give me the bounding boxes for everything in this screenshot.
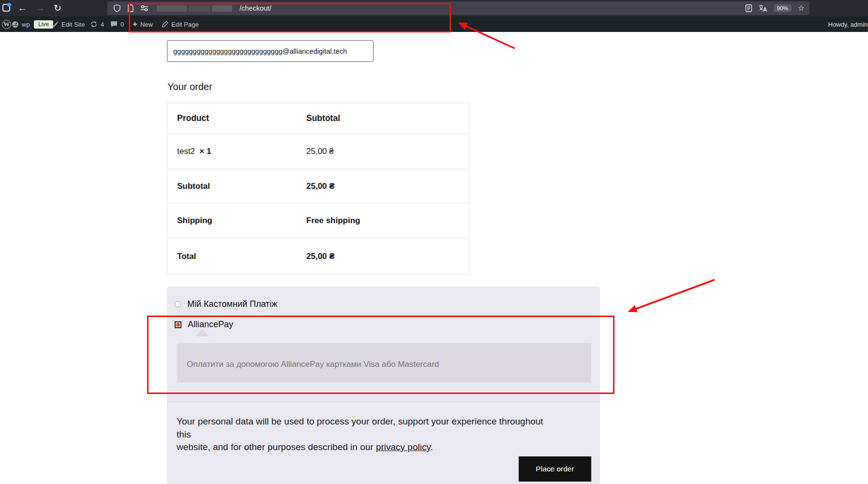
privacy-notice: Your personal data will be used to proce… <box>177 415 549 454</box>
table-row-item: test2 × 1 25,00 ₴ <box>167 134 469 169</box>
browser-toolbar: ← → ↻ /checkout/ <box>0 0 868 16</box>
live-badge[interactable]: Live <box>34 16 53 32</box>
alliancepay-description-box: Оплатити за допомогою AlliancePay картка… <box>177 343 591 382</box>
edit-site-label: Edit Site <box>61 21 85 28</box>
privacy-policy-link[interactable]: privacy policy <box>376 442 431 452</box>
place-order-button[interactable]: Place order <box>519 456 591 482</box>
plus-icon: + <box>133 21 137 28</box>
url-bar[interactable]: /checkout/ 90% ☆ <box>107 1 809 15</box>
payment-method-alliancepay-label: AlliancePay <box>188 319 233 330</box>
shield-icon[interactable] <box>113 4 121 12</box>
new-content-menu[interactable]: + New <box>133 16 153 32</box>
item-cell: test2 × 1 <box>167 147 306 156</box>
pencil-icon <box>162 21 168 28</box>
order-heading: Your order <box>167 81 212 92</box>
bookmark-star-icon[interactable]: ☆ <box>798 4 805 12</box>
site-menu[interactable]: wp <box>12 16 30 32</box>
zoom-level-badge[interactable]: 90% <box>774 4 792 12</box>
reload-button[interactable]: ↻ <box>51 0 64 16</box>
radio-checked-icon[interactable] <box>175 321 181 328</box>
edit-page-menu[interactable]: Edit Page <box>162 16 198 32</box>
shipping-label: Shipping <box>167 216 306 226</box>
table-row-subtotal: Subtotal 25,00 ₴ <box>167 169 469 203</box>
permissions-icon[interactable] <box>140 5 149 12</box>
comments-count: 0 <box>120 21 124 28</box>
table-row-total: Total 25,00 ₴ <box>167 238 469 274</box>
comment-icon <box>110 21 118 28</box>
panel-divider <box>167 401 600 402</box>
subtotal-value: 25,00 ₴ <box>306 182 469 191</box>
screenshot-stage: ← → ↻ /checkout/ <box>0 0 868 484</box>
annotation-arrow-alliancepay <box>629 280 715 311</box>
item-subtotal: 25,00 ₴ <box>306 147 469 156</box>
new-label: New <box>140 21 153 28</box>
shipping-value: Free shipping <box>306 216 469 226</box>
paintbrush-icon <box>51 21 59 28</box>
order-table: Product Subtotal test2 × 1 25,00 ₴ Subto… <box>167 103 469 275</box>
tab-notification-dot <box>7 3 11 7</box>
comments-menu[interactable]: 0 <box>110 16 124 32</box>
wp-logo[interactable]: W <box>2 16 11 32</box>
email-input[interactable] <box>167 40 374 62</box>
alliancepay-description: Оплатити за допомогою AlliancePay картка… <box>187 360 439 369</box>
howdy-account-link[interactable]: Howdy, admin <box>828 16 868 32</box>
description-pointer <box>195 330 210 336</box>
url-path-text: /checkout/ <box>239 4 271 12</box>
payment-panel: Мій Кастомний Платіж AlliancePay Оплатит… <box>167 287 600 484</box>
translate-icon[interactable] <box>759 4 767 12</box>
total-value: 25,00 ₴ <box>306 252 469 261</box>
radio-unchecked-icon[interactable] <box>175 301 181 307</box>
edit-page-label: Edit Page <box>171 21 198 28</box>
column-product: Product <box>167 113 306 123</box>
window-tab-icon[interactable] <box>2 4 10 12</box>
item-qty: × 1 <box>199 147 211 156</box>
payment-method-alliancepay[interactable]: AlliancePay <box>175 319 233 330</box>
privacy-line1: Your personal data will be used to proce… <box>177 416 543 439</box>
back-button[interactable]: ← <box>16 0 29 16</box>
item-name: test2 <box>177 147 195 156</box>
reader-mode-icon[interactable] <box>745 4 752 12</box>
payment-method-custom-label: Мій Кастомний Платіж <box>187 299 277 309</box>
privacy-line2: website, and for other purposes describe… <box>177 442 376 452</box>
table-header-row: Product Subtotal <box>167 103 469 134</box>
column-subtotal: Subtotal <box>306 113 469 123</box>
subtotal-label: Subtotal <box>167 182 306 191</box>
wp-admin-bar: W wp Live Edit Site <box>0 16 868 32</box>
page-info-icon[interactable] <box>127 4 134 12</box>
payment-method-custom[interactable]: Мій Кастомний Платіж <box>175 299 277 309</box>
forward-button[interactable]: → <box>34 0 46 16</box>
blurred-domain <box>157 5 232 12</box>
total-label: Total <box>167 252 306 261</box>
table-row-shipping: Shipping Free shipping <box>167 203 469 238</box>
updates-count: 4 <box>101 21 104 28</box>
gauge-icon <box>12 21 19 28</box>
edit-site-menu[interactable]: Edit Site <box>51 16 85 32</box>
updates-menu[interactable]: 4 <box>90 16 104 32</box>
site-name: wp <box>22 21 30 28</box>
updates-icon <box>90 21 98 28</box>
